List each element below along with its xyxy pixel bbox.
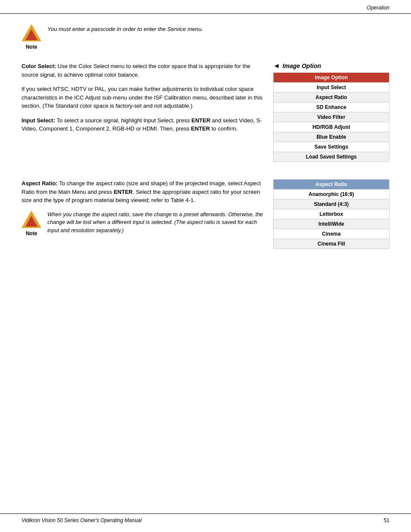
page-number: 51 [384,517,389,523]
color-select-heading: Color Select: [22,63,56,69]
input-select-heading: Input Select: [22,117,55,124]
menu-item: Blue Enable [274,132,389,142]
page-header: Operation [0,0,411,14]
menu-item: Image Option [274,73,389,83]
aspect-ratio-menu-item: Cinema [274,229,389,239]
note-box-2: Note When you change the aspect ratio, s… [22,211,265,236]
aspect-ratio-para: Aspect Ratio: To change the aspect ratio… [22,179,265,205]
enter-3: ENTER [114,189,133,195]
footer-left: Vidikron Vision 50 Series Owner's Operat… [22,517,142,523]
note-icon-1: Note [22,24,41,50]
ntsc-para: If you select NTSC, HDTV or PAL, you can… [22,85,265,110]
menu-item: Input Select [274,83,389,93]
menu-item: Load Saved Settings [274,152,389,162]
input-select-para: Input Select: To select a source signal,… [22,116,265,133]
aspect-ratio-menu-item: Standard (4:3) [274,199,389,209]
note-text-1: You must enter a passcode in order to en… [47,24,203,32]
aspect-ratio-menu-item: IntelliWide [274,219,389,229]
menu-item: Aspect Ratio [274,93,389,103]
color-select-body: Use the Color Select menu to select the … [22,63,250,78]
menu-item: HD/RGB Adjust [274,122,389,132]
note-label-2: Note [26,230,37,236]
color-select-para: Color Select: Use the Color Select menu … [22,62,265,79]
aspect-ratio-menu-item: Aspect Ratio [274,180,389,190]
aspect-ratio-heading: Aspect Ratio: [22,180,58,187]
note-label-1: Note [26,44,37,50]
aspect-ratio-menu-item: Letterbox [274,209,389,219]
aspect-ratio-menu-section: Aspect RatioAnamorphic (16:9)Standard (4… [273,179,389,262]
warning-icon [22,24,41,42]
image-option-title: Image Option [283,62,321,69]
aspect-ratio-menu-item: Cinema Fill [274,239,389,249]
menu-item: SD Enhance [274,103,389,112]
input-select-body: To select a source signal, highlight Inp… [55,117,191,124]
input-select-body3: to confirm. [210,125,237,132]
menu-item: Save Settings [274,142,389,152]
page-footer: Vidikron Vision 50 Series Owner's Operat… [0,513,411,523]
image-option-label: ◄ Image Option [273,62,389,70]
note-icon-2: Note [22,211,41,236]
menu-item: Video Filter [274,112,389,122]
image-option-menu: Image OptionInput SelectAspect RatioSD E… [273,72,389,162]
enter-1: ENTER [191,117,210,124]
menu-arrow-icon: ◄ [273,62,280,70]
header-title: Operation [367,5,389,11]
note-box-1: Note You must enter a passcode in order … [22,22,389,53]
aspect-ratio-menu-item: Anamorphic (16:9) [274,190,389,199]
aspect-ratio-section: Aspect Ratio: To change the aspect ratio… [22,179,273,262]
note-text-2: When you change the aspect ratio, save t… [47,211,265,235]
warning-icon-2 [22,211,41,229]
image-option-section: ◄ Image Option Image OptionInput SelectA… [273,62,389,175]
enter-2: ENTER [191,125,210,132]
bottom-section: Aspect Ratio: To change the aspect ratio… [22,179,389,262]
aspect-ratio-menu: Aspect RatioAnamorphic (16:9)Standard (4… [273,179,389,249]
